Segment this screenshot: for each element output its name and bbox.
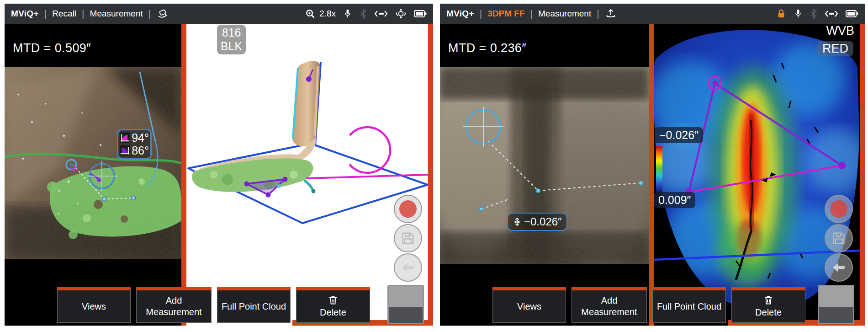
heatmap-render (654, 24, 860, 326)
save-icon (831, 230, 847, 246)
bluetooth-icon (360, 8, 367, 19)
angle2-icon (120, 145, 130, 156)
microphone-icon (343, 8, 352, 19)
scale-max-label: −0.026″ (655, 127, 703, 143)
add-measurement-label: Add Measurement (572, 295, 646, 318)
menu-measurement[interactable]: Measurement (538, 9, 591, 19)
depth-value: −0.026″ (524, 215, 562, 228)
thumbnail-top (819, 286, 853, 307)
trash-icon (328, 295, 339, 305)
views-label: Views (517, 301, 541, 312)
header-divider: | (530, 8, 533, 19)
back-button[interactable] (825, 253, 853, 282)
right-header: MViQ+ | 3DPM FF | Measurement | (440, 4, 865, 24)
tag-blk: BLK (221, 40, 242, 54)
depth-measurement-label[interactable]: −0.026″ (507, 213, 567, 231)
bluetooth-icon (810, 8, 817, 19)
camera-view[interactable] (440, 67, 649, 264)
view-mode-wvb[interactable]: WVB (826, 24, 854, 38)
delete-button[interactable]: Delete (731, 287, 805, 323)
depth-colorbar (656, 146, 662, 192)
pointcloud-render (186, 24, 428, 326)
angle1-value: 94° (132, 131, 149, 144)
header-divider: | (480, 8, 482, 19)
microphone-icon (794, 8, 803, 19)
record-button[interactable] (394, 195, 422, 223)
angle1-icon (120, 132, 130, 143)
record-icon (830, 200, 847, 218)
camera-view[interactable] (5, 67, 181, 259)
tag-816: 816 (221, 26, 242, 40)
annotate-icon[interactable] (156, 8, 168, 19)
mtd-readout: MTD = 0.509″ (13, 41, 91, 55)
battery-icon (414, 10, 427, 18)
header-divider: | (148, 8, 151, 19)
range-arrows-icon (374, 9, 388, 18)
scale-min-label: 0.009″ (654, 192, 695, 208)
right-screen-body: MTD = 0.236″ (440, 24, 865, 326)
dual-videoscope-screens: { "accent_color": "#cc4418", "left_scree… (0, 0, 868, 332)
add-measurement-button[interactable]: Add Measurement (136, 287, 212, 323)
menu-measurement[interactable]: Measurement (90, 9, 143, 19)
save-button[interactable] (825, 224, 853, 252)
save-icon (400, 230, 416, 246)
heatmap-view[interactable]: WVB RED −0.026″ 0.009″ (654, 24, 860, 326)
full-point-cloud-label: Full Point Cloud (657, 301, 721, 312)
full-point-cloud-button[interactable]: Full Point Cloud (217, 287, 291, 323)
header-divider: | (82, 8, 84, 19)
views-button[interactable]: Views (492, 287, 566, 323)
angle-row: 94° (120, 131, 149, 144)
pointcloud-view[interactable] (186, 24, 428, 326)
zoom-in-icon[interactable] (305, 9, 316, 19)
record-icon (399, 200, 417, 218)
status-bar (776, 8, 858, 19)
save-button[interactable] (394, 224, 422, 252)
range-arrows-icon (825, 9, 838, 18)
delete-label: Delete (755, 307, 782, 318)
brand-logo: MViQ+ (446, 9, 474, 19)
steering-icon[interactable] (395, 8, 407, 19)
depth-icon (513, 217, 522, 226)
battery-icon (846, 10, 858, 18)
zoom-level[interactable]: 2.8x (319, 9, 336, 19)
brand-logo: MViQ+ (11, 9, 39, 19)
mtd-readout: MTD = 0.236″ (448, 41, 526, 55)
full-point-cloud-button[interactable]: Full Point Cloud (652, 287, 726, 323)
back-arrow-icon (400, 260, 416, 275)
pointcloud-panel-frame (181, 24, 433, 326)
views-button[interactable]: Views (57, 287, 131, 323)
left-videoscope-screen: MViQ+ | Recall | Measurement | 2.8x (5, 4, 433, 326)
delete-label: Delete (320, 307, 346, 318)
angle-measurement-label[interactable]: 94° 86° (117, 129, 152, 159)
trash-icon (763, 295, 774, 305)
left-screen-body: MTD = 0.509″ (5, 24, 433, 326)
back-button[interactable] (394, 253, 422, 282)
angle-row: 86° (120, 144, 149, 157)
right-videoscope-screen: MViQ+ | 3DPM FF | Measurement | (440, 4, 865, 326)
menu-recall[interactable]: Recall (52, 9, 76, 19)
back-arrow-icon (831, 260, 847, 275)
thumbnail-top (389, 286, 423, 307)
menu-3dpm-ff[interactable]: 3DPM FF (487, 9, 524, 19)
steering-arrow-icon[interactable] (605, 8, 617, 19)
status-bar: 2.8x (305, 8, 427, 19)
lock-icon (776, 8, 786, 19)
add-measurement-button[interactable]: Add Measurement (572, 287, 647, 323)
header-divider: | (597, 8, 599, 19)
view-tags[interactable]: 816 BLK (217, 25, 246, 54)
views-label: Views (82, 301, 106, 312)
image-thumbnail[interactable] (818, 285, 854, 324)
full-point-cloud-label: Full Point Cloud (222, 301, 286, 312)
record-button[interactable] (825, 195, 853, 223)
angle2-value: 86° (132, 144, 149, 157)
image-thumbnail[interactable] (387, 285, 424, 324)
header-divider: | (44, 8, 47, 19)
add-measurement-label: Add Measurement (137, 295, 211, 318)
left-header: MViQ+ | Recall | Measurement | 2.8x (5, 4, 433, 24)
view-mode-red[interactable]: RED (817, 41, 853, 56)
delete-button[interactable]: Delete (296, 287, 370, 323)
